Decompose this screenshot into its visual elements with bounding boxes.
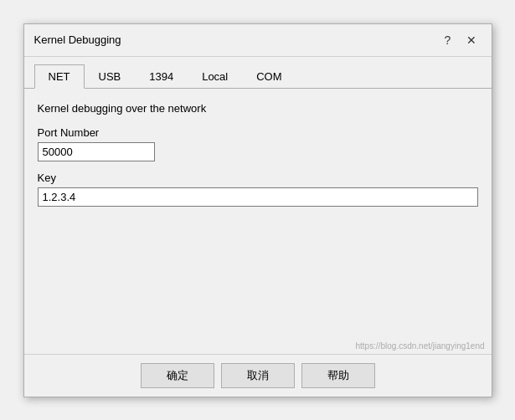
tab-local[interactable]: Local	[188, 64, 242, 89]
key-input[interactable]	[38, 187, 478, 207]
net-tab-content: Kernel debugging over the network Port N…	[24, 89, 492, 340]
tab-bar: NET USB 1394 Local COM	[24, 57, 492, 89]
kernel-debugging-dialog: Kernel Debugging ? ✕ NET USB 1394 Local …	[23, 23, 492, 397]
watermark-text: https://blog.csdn.net/jiangying1end	[24, 340, 492, 354]
title-bar-right: ? ✕	[438, 31, 482, 49]
tab-1394[interactable]: 1394	[135, 64, 188, 89]
key-label: Key	[38, 172, 478, 184]
port-input[interactable]	[38, 142, 155, 161]
confirm-button[interactable]: 确定	[141, 363, 214, 388]
port-field-group: Port Number	[38, 126, 478, 161]
close-button[interactable]: ✕	[461, 31, 482, 49]
key-field-group: Key	[38, 172, 478, 207]
port-label: Port Number	[38, 126, 478, 139]
title-bar: Kernel Debugging ? ✕	[24, 24, 492, 57]
help-title-button[interactable]: ?	[438, 31, 458, 49]
title-bar-left: Kernel Debugging	[34, 33, 121, 46]
dialog-content: NET USB 1394 Local COM Kernel debugging …	[24, 57, 492, 340]
cancel-button[interactable]: 取消	[221, 363, 295, 388]
description-text: Kernel debugging over the network	[38, 102, 478, 115]
tab-net[interactable]: NET	[34, 64, 85, 89]
tab-usb[interactable]: USB	[85, 64, 136, 89]
dialog-title: Kernel Debugging	[34, 33, 121, 46]
dialog-footer: 确定 取消 帮助	[24, 354, 492, 397]
help-button[interactable]: 帮助	[301, 363, 375, 388]
tab-com[interactable]: COM	[242, 64, 296, 89]
